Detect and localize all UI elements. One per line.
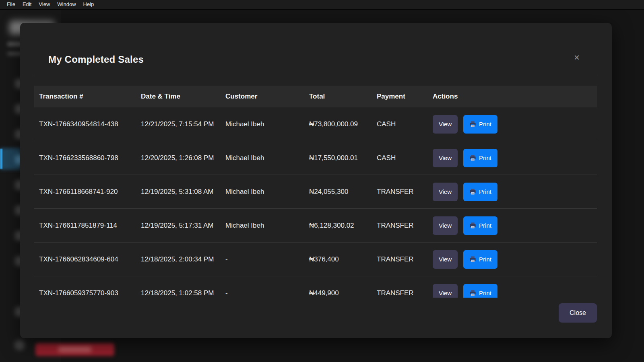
title-divider: [34, 75, 597, 75]
datetime-cell: 12/21/2025, 7:15:54 PM: [141, 119, 225, 130]
sidebar-active-accent-bar: [0, 149, 2, 169]
print-button[interactable]: Print: [463, 216, 497, 235]
datetime-cell: 12/20/2025, 1:26:08 PM: [141, 153, 225, 163]
printer-icon: [469, 188, 476, 195]
txn-cell: TXN-1766340954814-438: [34, 120, 141, 128]
datetime-cell: 12/19/2025, 5:31:08 AM: [141, 187, 225, 197]
actions-cell: View Print: [433, 284, 597, 298]
txn-cell: TXN-1766233568860-798: [34, 154, 141, 162]
table-row: TXN-1766118668741-920 12/19/2025, 5:31:0…: [34, 175, 597, 209]
print-button[interactable]: Print: [463, 183, 497, 201]
print-label: Print: [479, 290, 491, 296]
total-cell: ₦376,400: [309, 255, 377, 263]
table-row: TXN-1766117851879-114 12/19/2025, 5:17:3…: [34, 209, 597, 243]
logout-label-blurred: [58, 347, 91, 352]
print-button[interactable]: Print: [463, 149, 497, 167]
print-label: Print: [479, 256, 491, 263]
printer-icon: [469, 256, 476, 263]
view-button[interactable]: View: [433, 250, 458, 269]
view-button[interactable]: View: [433, 115, 458, 134]
payment-cell: TRANSFER: [377, 255, 433, 263]
completed-sales-modal: My Completed Sales × Transaction # Date …: [20, 23, 612, 338]
actions-cell: View Print: [433, 115, 597, 134]
table-row: TXN-1766059375770-903 12/18/2025, 1:02:5…: [34, 276, 597, 298]
printer-icon: [469, 222, 476, 229]
menu-window[interactable]: Window: [54, 0, 79, 9]
actions-cell: View Print: [433, 250, 597, 269]
print-button[interactable]: Print: [463, 284, 497, 298]
txn-cell: TXN-1766062834609-604: [34, 255, 141, 263]
datetime-cell: 12/18/2025, 1:02:58 PM: [141, 288, 225, 298]
printer-icon: [469, 121, 476, 128]
menu-view[interactable]: View: [35, 0, 54, 9]
app-window: File Edit View Window Help My Completed …: [0, 0, 644, 362]
customer-cell: Michael Ibeh: [225, 222, 309, 230]
menu-file[interactable]: File: [3, 0, 19, 9]
close-button[interactable]: Close: [559, 303, 597, 323]
column-header-customer: Customer: [225, 93, 309, 101]
table-row: TXN-1766233568860-798 12/20/2025, 1:26:0…: [34, 141, 597, 175]
print-label: Print: [479, 154, 491, 161]
modal-title: My Completed Sales: [48, 54, 144, 65]
printer-icon: [469, 290, 476, 296]
customer-cell: -: [225, 255, 309, 263]
view-button[interactable]: View: [433, 183, 458, 201]
payment-cell: TRANSFER: [377, 188, 433, 196]
table-row: TXN-1766340954814-438 12/21/2025, 7:15:5…: [34, 107, 597, 141]
customer-cell: Michael Ibeh: [225, 120, 309, 128]
payment-cell: CASH: [377, 154, 433, 162]
total-cell: ₦73,800,000.09: [309, 120, 377, 128]
print-label: Print: [479, 188, 491, 195]
view-button[interactable]: View: [433, 216, 458, 235]
menu-edit[interactable]: Edit: [19, 0, 35, 9]
customer-cell: -: [225, 289, 309, 297]
txn-cell: TXN-1766118668741-920: [34, 188, 141, 196]
menu-bar: File Edit View Window Help: [0, 0, 644, 10]
close-icon[interactable]: ×: [574, 53, 580, 62]
table-body: TXN-1766340954814-438 12/21/2025, 7:15:5…: [34, 107, 597, 298]
actions-cell: View Print: [433, 183, 597, 201]
sidebar-icon-blurred: [14, 340, 25, 350]
print-button[interactable]: Print: [463, 250, 497, 269]
column-header-total: Total: [309, 93, 377, 101]
payment-cell: TRANSFER: [377, 222, 433, 230]
menu-help[interactable]: Help: [80, 0, 98, 9]
column-header-transaction: Transaction #: [34, 93, 141, 101]
datetime-cell: 12/18/2025, 2:00:34 PM: [141, 254, 225, 265]
total-cell: ₦24,055,300: [309, 188, 377, 196]
column-header-actions: Actions: [433, 93, 597, 101]
table-header-row: Transaction # Date & Time Customer Total…: [34, 86, 597, 107]
printer-icon: [469, 154, 476, 161]
view-button[interactable]: View: [433, 284, 458, 298]
sales-table: Transaction # Date & Time Customer Total…: [34, 86, 597, 298]
print-button[interactable]: Print: [463, 115, 497, 134]
payment-cell: CASH: [377, 120, 433, 128]
actions-cell: View Print: [433, 149, 597, 167]
txn-cell: TXN-1766059375770-903: [34, 289, 141, 297]
print-label: Print: [479, 121, 491, 128]
column-header-datetime: Date & Time: [141, 93, 225, 101]
actions-cell: View Print: [433, 216, 597, 235]
txn-cell: TXN-1766117851879-114: [34, 222, 141, 230]
total-cell: ₦17,550,000.01: [309, 154, 377, 162]
customer-cell: Michael Ibeh: [225, 154, 309, 162]
customer-cell: Michael Ibeh: [225, 188, 309, 196]
print-label: Print: [479, 222, 491, 229]
total-cell: ₦449,900: [309, 289, 377, 297]
total-cell: ₦6,128,300.02: [309, 222, 377, 230]
table-row: TXN-1766062834609-604 12/18/2025, 2:00:3…: [34, 243, 597, 276]
payment-cell: TRANSFER: [377, 289, 433, 297]
column-header-payment: Payment: [377, 93, 433, 101]
datetime-cell: 12/19/2025, 5:17:31 AM: [141, 220, 225, 231]
view-button[interactable]: View: [433, 149, 458, 167]
